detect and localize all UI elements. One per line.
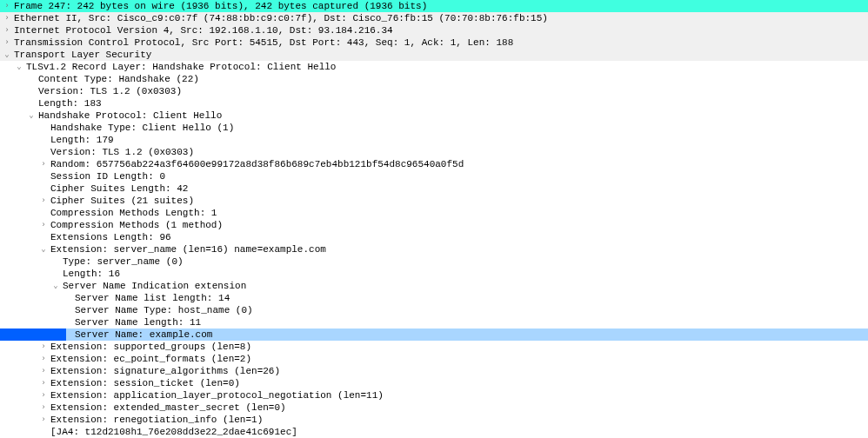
row-label: Type: server_name (0) [61, 256, 184, 268]
chevron-down-icon[interactable]: ⌄ [14, 61, 24, 73]
cipher-suites-length[interactable]: ·Cipher Suites Length: 42 [0, 182, 868, 195]
row-label: Server Name: example.com [73, 328, 212, 341]
row-label: Extensions Length: 96 [49, 231, 171, 243]
row-label: Server Name Type: host_name (0) [73, 304, 253, 316]
chevron-right-icon[interactable]: › [38, 389, 49, 402]
row-label: Server Name Indication extension [61, 280, 246, 292]
row-label: Server Name length: 11 [73, 316, 201, 328]
row-label: Content Type: Handshake (22) [37, 73, 199, 85]
chevron-right-icon[interactable]: › [2, 36, 12, 49]
ext-session-ticket[interactable]: ›Extension: session_ticket (len=0) [0, 377, 868, 389]
row-label: Transport Layer Security [12, 49, 151, 61]
ext-sig-algorithms[interactable]: ›Extension: signature_algorithms (len=26… [0, 365, 868, 377]
sni-name-value[interactable]: ·Server Name: example.com [0, 328, 868, 341]
ip-layer[interactable]: ›Internet Protocol Version 4, Src: 192.1… [0, 24, 868, 36]
row-label: Random: 657756ab224a3f64600e99172a8d38f8… [49, 158, 464, 170]
tls-layer[interactable]: ⌄Transport Layer Security [0, 49, 868, 61]
chevron-down-icon[interactable]: ⌄ [38, 243, 49, 256]
chevron-right-icon[interactable]: › [38, 158, 49, 170]
compression-methods[interactable]: ›Compression Methods (1 method) [0, 219, 868, 231]
chevron-right-icon[interactable]: › [38, 402, 49, 414]
compression-length[interactable]: ·Compression Methods Length: 1 [0, 207, 868, 219]
row-label: Compression Methods (1 method) [49, 219, 223, 231]
chevron-down-icon[interactable]: ⌄ [2, 49, 12, 61]
ext-supported-groups[interactable]: ›Extension: supported_groups (len=8) [0, 341, 868, 353]
chevron-down-icon[interactable]: ⌄ [50, 280, 61, 292]
row-label: [JA4: t12d2108h1_76e208dd3e22_2dae41c691… [49, 426, 297, 438]
tcp-layer[interactable]: ›Transmission Control Protocol, Src Port… [0, 36, 868, 49]
row-label: Version: TLS 1.2 (0x0303) [37, 85, 182, 97]
row-label: Extension: ec_point_formats (len=2) [49, 353, 251, 365]
row-label: Ethernet II, Src: Cisco_c9:c0:7f (74:88:… [12, 12, 548, 24]
row-label: Length: 183 [37, 97, 102, 110]
ja4[interactable]: ·[JA4: t12d2108h1_76e208dd3e22_2dae41c69… [0, 426, 868, 438]
record-length[interactable]: ·Length: 183 [0, 97, 868, 110]
row-label: Extension: extended_master_secret (len=0… [49, 402, 286, 414]
chevron-right-icon[interactable]: › [38, 377, 49, 389]
row-label: Extension: renegotiation_info (len=1) [49, 414, 263, 426]
random[interactable]: ›Random: 657756ab224a3f64600e99172a8d38f… [0, 158, 868, 170]
chevron-right-icon[interactable]: › [38, 195, 49, 207]
row-label: Extension: session_ticket (len=0) [49, 377, 240, 389]
handshake-version[interactable]: ·Version: TLS 1.2 (0x0303) [0, 146, 868, 158]
handshake-type[interactable]: ·Handshake Type: Client Hello (1) [0, 122, 868, 134]
sni-type[interactable]: ·Type: server_name (0) [0, 256, 868, 268]
row-label: Length: 179 [49, 134, 114, 146]
session-id-length[interactable]: ·Session ID Length: 0 [0, 170, 868, 182]
ext-ems[interactable]: ›Extension: extended_master_secret (len=… [0, 402, 868, 414]
ethernet-layer[interactable]: ›Ethernet II, Src: Cisco_c9:c0:7f (74:88… [0, 12, 868, 24]
handshake-protocol[interactable]: ⌄Handshake Protocol: Client Hello [0, 110, 868, 122]
chevron-right-icon[interactable]: › [38, 353, 49, 365]
chevron-right-icon[interactable]: › [2, 24, 12, 36]
row-label: Extension: supported_groups (len=8) [49, 341, 251, 353]
handshake-length[interactable]: ·Length: 179 [0, 134, 868, 146]
chevron-right-icon[interactable]: › [2, 12, 12, 24]
chevron-right-icon[interactable]: › [2, 0, 12, 12]
row-label: Extension: server_name (len=16) name=exa… [49, 243, 326, 256]
row-label: Handshake Type: Client Hello (1) [49, 122, 234, 134]
cipher-suites[interactable]: ›Cipher Suites (21 suites) [0, 195, 868, 207]
ext-renegotiation[interactable]: ›Extension: renegotiation_info (len=1) [0, 414, 868, 426]
row-label: Compression Methods Length: 1 [49, 207, 217, 219]
row-label: Cipher Suites Length: 42 [49, 182, 188, 195]
ext-alpn[interactable]: ›Extension: application_layer_protocol_n… [0, 389, 868, 402]
row-label: Internet Protocol Version 4, Src: 192.16… [12, 24, 393, 36]
chevron-right-icon[interactable]: › [38, 365, 49, 377]
row-label: TLSv1.2 Record Layer: Handshake Protocol… [24, 61, 336, 73]
row-label: Extension: application_layer_protocol_ne… [49, 389, 384, 402]
row-label: Extension: signature_algorithms (len=26) [49, 365, 280, 377]
chevron-right-icon[interactable]: › [38, 341, 49, 353]
extensions-length[interactable]: ·Extensions Length: 96 [0, 231, 868, 243]
chevron-right-icon[interactable]: › [38, 414, 49, 426]
ext-server-name[interactable]: ⌄Extension: server_name (len=16) name=ex… [0, 243, 868, 256]
chevron-down-icon[interactable]: ⌄ [26, 110, 37, 122]
chevron-right-icon[interactable]: › [38, 219, 49, 231]
record-version[interactable]: ·Version: TLS 1.2 (0x0303) [0, 85, 868, 97]
sni-length[interactable]: ·Length: 16 [0, 268, 868, 280]
sni-name-length[interactable]: ·Server Name length: 11 [0, 316, 868, 328]
frame-summary[interactable]: ›Frame 247: 242 bytes on wire (1936 bits… [0, 0, 868, 12]
sni-name-type[interactable]: ·Server Name Type: host_name (0) [0, 304, 868, 316]
row-label: Cipher Suites (21 suites) [49, 195, 194, 207]
row-label: Server Name list length: 14 [73, 292, 230, 304]
content-type[interactable]: ·Content Type: Handshake (22) [0, 73, 868, 85]
sni-list-length[interactable]: ·Server Name list length: 14 [0, 292, 868, 304]
packet-details-tree[interactable]: ›Frame 247: 242 bytes on wire (1936 bits… [0, 0, 868, 438]
row-label: Transmission Control Protocol, Src Port:… [12, 36, 513, 49]
row-label: Length: 16 [61, 268, 120, 280]
ext-ec-point-formats[interactable]: ›Extension: ec_point_formats (len=2) [0, 353, 868, 365]
row-label: Session ID Length: 0 [49, 170, 165, 182]
row-label: Version: TLS 1.2 (0x0303) [49, 146, 194, 158]
row-label: Handshake Protocol: Client Hello [37, 110, 222, 122]
sni-extension[interactable]: ⌄Server Name Indication extension [0, 280, 868, 292]
row-label: Frame 247: 242 bytes on wire (1936 bits)… [12, 0, 427, 12]
tls-record[interactable]: ⌄TLSv1.2 Record Layer: Handshake Protoco… [0, 61, 868, 73]
